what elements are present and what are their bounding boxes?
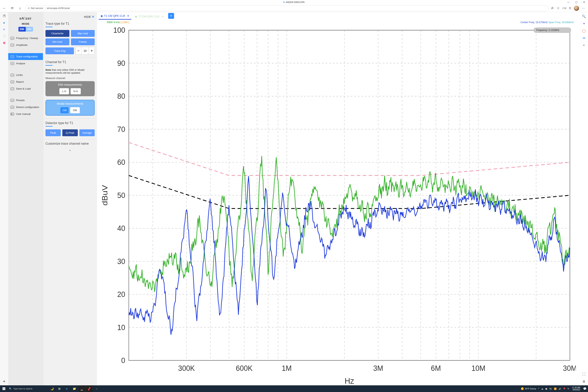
start-button[interactable] [0, 385, 8, 392]
brand-logo: eᴧ\zer [8, 14, 43, 22]
dm-button[interactable]: DM [70, 107, 80, 113]
trace-avg-button[interactable]: Trace Avg [46, 48, 74, 54]
app-tab-icon[interactable]: /\\ [2, 28, 6, 31]
nav-analyse[interactable]: Analyse [8, 60, 43, 67]
wifi-icon[interactable]: 📶 [554, 388, 557, 390]
taskbar-clock[interactable]: 11:32 AM 3/9/2023 [571, 386, 581, 391]
tabs-icon[interactable]: ❐ [2, 14, 6, 18]
tab-close-icon[interactable]: ✕ [127, 14, 129, 18]
task-app1-icon[interactable]: ▁ [78, 385, 85, 392]
tab-t1[interactable]: ◉ T1 CM QPK CLR ✕ [98, 13, 131, 20]
window-title: EMZER EMSCOPE [286, 1, 305, 3]
camera-icon[interactable]: 📷 [549, 388, 552, 390]
svg-text:1M: 1M [282, 364, 292, 372]
nav-user-manual[interactable]: ?User manual [8, 110, 43, 118]
search-icon[interactable]: 🔍 [582, 14, 586, 18]
add-sidebar-icon[interactable]: + [583, 44, 585, 47]
collections-icon[interactable]: ⎘ [569, 6, 571, 10]
avg-value-input[interactable] [81, 47, 89, 54]
task-explorer-icon[interactable]: 📁 [71, 385, 78, 392]
add-tab-button[interactable]: + [2, 380, 6, 384]
task-app2-icon[interactable]: ▞ [86, 385, 92, 392]
profile-avatar[interactable] [574, 6, 579, 11]
save-icon [10, 88, 14, 90]
nav-limits[interactable]: Limits [8, 72, 43, 78]
office-icon[interactable]: ◯ [582, 29, 586, 33]
read-aloud-icon[interactable]: A⁾ [551, 6, 554, 10]
hide-label: HIDE [84, 15, 91, 18]
notifications-icon[interactable]: 💬 [581, 385, 588, 392]
nav-label: Analyse [16, 62, 25, 65]
browser-menu-icon[interactable]: ⋯ [582, 6, 585, 10]
favorite-icon[interactable]: ✩ [557, 6, 560, 10]
nav-reload-button[interactable]: ⟳ [10, 6, 15, 11]
svg-text:100: 100 [113, 26, 125, 34]
taskbar-search[interactable]: 🔍 Type here to search [8, 388, 47, 390]
volume-icon[interactable]: 🔊 [558, 388, 561, 390]
tab-t2[interactable]: ◉ T2 DM QPK CLR ✕ [133, 13, 166, 20]
edge-tab-icon[interactable]: e [2, 21, 6, 25]
add-trace-button[interactable]: + [168, 13, 174, 19]
nav-trace-configuration[interactable]: Trace configuration [8, 53, 43, 60]
mode-toggle[interactable]: EMI OSC [18, 27, 33, 32]
browser-toolbar: ← ⟳ ⌂ ⚠Not secure emscope-4159.local A⁾ … [0, 4, 588, 12]
nav-label: Limits [16, 74, 23, 76]
onedrive-icon[interactable]: ☁ [541, 388, 543, 390]
tab-close-icon[interactable]: ✕ [162, 15, 164, 18]
svg-text:20: 20 [117, 290, 125, 299]
system-tray[interactable]: ^ ☁ ▣ 📷 📶 🔊 ⛊ ✎ [538, 388, 571, 390]
app-sidebar: eᴧ\zer MODE EMI OSC Frequency / Sweep Am… [8, 12, 43, 385]
address-bar[interactable]: ⚠Not secure emscope-4159.local [25, 5, 549, 11]
preset-icon [10, 99, 14, 102]
hide-panel-button[interactable]: HIDE ✕ [84, 15, 94, 18]
window-minimize[interactable]: — [564, 0, 572, 4]
browser-vertical-tabs: ❐ e /\\ 📄 ⊘ + [0, 12, 8, 385]
tab-label: T2 DM QPK CLR [138, 15, 159, 18]
nav-report[interactable]: Report [8, 78, 43, 85]
limit-icon [10, 74, 14, 76]
task-weather-icon[interactable]: 🌙 [48, 385, 55, 392]
expand-icon[interactable]: ⛶ [582, 372, 586, 376]
nav-frequency-sweep[interactable]: Frequency / Sweep [8, 35, 43, 42]
cm-button[interactable]: CM [60, 107, 68, 113]
cast-icon[interactable]: ▣ [545, 388, 547, 390]
avg-decrement-button[interactable]: − [76, 47, 81, 54]
chat-icon[interactable]: ✦ [583, 22, 585, 26]
window-maximize[interactable]: ▢ [572, 0, 580, 4]
min-hold-button[interactable]: Min hold [46, 38, 70, 45]
chevron-up-icon[interactable]: ^ [538, 388, 539, 390]
freeze-button[interactable]: Freeze [71, 38, 95, 45]
nav-label: Save & Load [16, 87, 30, 90]
nav-back-button[interactable]: ← [2, 6, 7, 11]
close-tab-icon[interactable]: ⊘ [2, 41, 6, 45]
nav-presets[interactable]: Presets [8, 97, 43, 104]
span-freq-label: Span Freq: [548, 21, 562, 24]
mode-emi-button[interactable]: EMI [18, 27, 26, 32]
taskbar-weather[interactable]: 34°F Sunny [521, 387, 536, 390]
spectrum-chart[interactable]: 0102030405060708090100300K600K1M3M6M10M3… [99, 24, 576, 386]
tooltip-label: Frequency: [536, 29, 548, 32]
doc-tab-icon[interactable]: 📄 [2, 34, 6, 38]
outlook-icon[interactable]: ✉ [583, 36, 585, 40]
average-button[interactable]: Average [80, 129, 95, 136]
nav-save-load[interactable]: Save & Load [8, 85, 43, 92]
nav-device-config[interactable]: Device configuration [8, 104, 43, 110]
nav-amplitude[interactable]: Amplitude [8, 42, 43, 48]
favorites-bar-icon[interactable]: ✩≡ [562, 6, 566, 10]
clear-write-button[interactable]: Clear/write [46, 30, 70, 37]
security-icon[interactable]: ⛊ [563, 388, 566, 390]
mode-osc-button[interactable]: OSC [26, 27, 33, 32]
qpeak-button[interactable]: Q-Peak [62, 129, 78, 136]
max-hold-button[interactable]: Max hold [71, 30, 95, 37]
avg-increment-button[interactable]: + [89, 47, 94, 54]
window-close[interactable]: ✕ [580, 0, 588, 4]
ng-button[interactable]: N-G [70, 88, 81, 94]
task-view-icon[interactable]: ⊞ [56, 385, 63, 392]
settings-icon[interactable]: ⚙ [582, 380, 585, 384]
task-edge-icon[interactable]: e [64, 385, 70, 392]
pen-icon[interactable]: ✎ [568, 388, 569, 390]
wave-icon [10, 44, 14, 46]
nav-home-button[interactable]: ⌂ [17, 6, 23, 11]
lg-button[interactable]: L-G [60, 88, 69, 94]
peak-button[interactable]: Peak [46, 129, 61, 136]
